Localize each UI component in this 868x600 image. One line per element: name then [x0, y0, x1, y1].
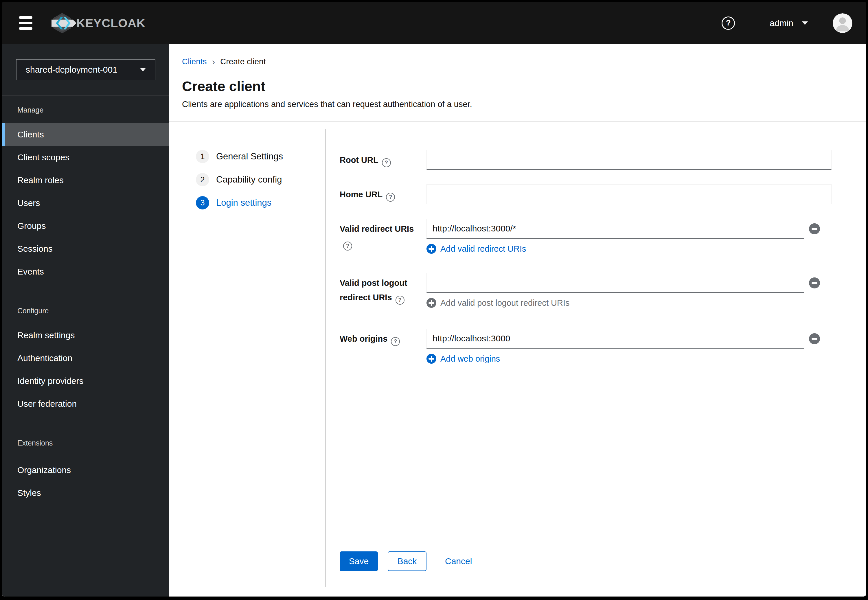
root-url-row: Root URL? — [340, 150, 849, 170]
wizard-step-capability-config[interactable]: 2 Capability config — [196, 173, 325, 186]
sidebar-item-sessions[interactable]: Sessions — [2, 237, 169, 260]
root-url-label: Root URL — [340, 155, 379, 165]
web-origins-row: Web origins? Add web origins — [340, 329, 849, 365]
masthead: KEYCLOAK ? admin — [2, 2, 866, 44]
page-title: Create client — [182, 79, 849, 94]
screenshot-frame: KEYCLOAK ? admin shared-deployment-001 M… — [0, 0, 868, 600]
sidebar-item-users[interactable]: Users — [2, 191, 169, 214]
keycloak-admin-console: KEYCLOAK ? admin shared-deployment-001 M… — [2, 2, 866, 597]
sidebar-item-organizations[interactable]: Organizations — [2, 459, 169, 481]
keycloak-logo: KEYCLOAK — [52, 12, 147, 34]
nav-toggle-button[interactable] — [17, 14, 34, 32]
help-icon[interactable]: ? — [722, 17, 735, 30]
add-web-origins-button[interactable]: Add web origins — [426, 354, 500, 364]
username: admin — [770, 18, 793, 28]
minus-circle-icon[interactable] — [809, 333, 820, 344]
save-button[interactable]: Save — [340, 552, 378, 571]
question-circle-icon[interactable]: ? — [391, 337, 400, 346]
realm-selector[interactable]: shared-deployment-001 — [16, 59, 155, 80]
sidebar-item-groups[interactable]: Groups — [2, 214, 169, 237]
home-url-label: Home URL — [340, 190, 382, 199]
add-valid-redirect-uris-button[interactable]: Add valid redirect URIs — [426, 244, 526, 254]
web-origins-input[interactable] — [426, 329, 804, 348]
login-settings-form: Root URL? Home URL? — [325, 121, 866, 597]
form-actions: Save Back Cancel — [340, 552, 849, 571]
valid-redirect-uris-row: Valid redirect URIs? Add valid redirect … — [340, 219, 849, 255]
main-content: Clients › Create client Create client Cl… — [169, 44, 866, 597]
sidebar-item-identity-providers[interactable]: Identity providers — [2, 370, 169, 392]
sidebar-divider — [2, 95, 169, 95]
valid-redirect-uri-input[interactable] — [426, 219, 804, 239]
sidebar-item-clients[interactable]: Clients — [2, 123, 169, 146]
sidebar-item-realm-settings[interactable]: Realm settings — [2, 324, 169, 347]
step-number: 2 — [196, 173, 209, 186]
home-url-row: Home URL? — [340, 184, 849, 204]
chevron-right-icon: › — [212, 57, 215, 66]
add-valid-post-logout-redirect-uris-button[interactable]: Add valid post logout redirect URIs — [426, 298, 570, 308]
sidebar-divider — [2, 456, 169, 456]
valid-post-logout-redirect-uri-input[interactable] — [426, 273, 804, 293]
plus-circle-icon — [426, 244, 436, 254]
nav-section-manage: Manage — [17, 106, 169, 114]
step-number: 1 — [196, 150, 209, 163]
question-circle-icon[interactable]: ? — [343, 242, 352, 250]
breadcrumb-clients-link[interactable]: Clients — [182, 57, 207, 66]
home-url-input[interactable] — [426, 184, 832, 204]
wizard-step-login-settings[interactable]: 3 Login settings — [196, 196, 325, 209]
sidebar-item-styles[interactable]: Styles — [2, 481, 169, 504]
wizard-nav: 1 General Settings 2 Capability config 3… — [169, 121, 325, 597]
cancel-button[interactable]: Cancel — [445, 556, 472, 566]
nav-section-configure: Configure — [17, 307, 169, 315]
nav-section-extensions: Extensions — [17, 439, 169, 447]
hamburger-icon — [19, 16, 32, 19]
valid-post-logout-redirect-uris-row: Valid post logout redirect URIs? Add val… — [340, 273, 849, 309]
sidebar-item-realm-roles[interactable]: Realm roles — [2, 169, 169, 191]
chevron-down-icon — [140, 68, 146, 71]
breadcrumb: Clients › Create client — [182, 57, 849, 66]
sidebar-item-authentication[interactable]: Authentication — [2, 347, 169, 370]
breadcrumb-current: Create client — [220, 57, 266, 66]
minus-circle-icon[interactable] — [809, 277, 820, 288]
valid-redirect-uris-label: Valid redirect URIs — [340, 224, 414, 233]
plus-circle-icon — [426, 354, 436, 364]
chevron-down-icon — [802, 21, 808, 25]
wizard-step-general-settings[interactable]: 1 General Settings — [196, 150, 325, 163]
question-circle-icon[interactable]: ? — [386, 193, 395, 202]
sidebar-item-user-federation[interactable]: User federation — [2, 392, 169, 415]
avatar[interactable] — [833, 13, 852, 33]
sidebar-item-client-scopes[interactable]: Client scopes — [2, 146, 169, 169]
minus-circle-icon[interactable] — [809, 223, 820, 234]
plus-circle-icon — [426, 298, 436, 308]
wizard-form-divider — [325, 129, 326, 587]
web-origins-label: Web origins — [340, 334, 388, 343]
root-url-input[interactable] — [426, 150, 832, 170]
sidebar: shared-deployment-001 Manage Clients Cli… — [2, 44, 169, 597]
question-circle-icon[interactable]: ? — [395, 295, 404, 305]
back-button[interactable]: Back — [388, 552, 426, 571]
realm-name: shared-deployment-001 — [26, 65, 117, 75]
page-subtitle: Clients are applications and services th… — [182, 100, 849, 109]
user-menu-dropdown[interactable]: admin — [770, 18, 808, 28]
brand-text: KEYCLOAK — [76, 16, 145, 29]
step-number: 3 — [196, 196, 209, 209]
sidebar-item-events[interactable]: Events — [2, 260, 169, 283]
page-header: Clients › Create client Create client Cl… — [169, 44, 866, 121]
question-circle-icon[interactable]: ? — [382, 158, 391, 167]
